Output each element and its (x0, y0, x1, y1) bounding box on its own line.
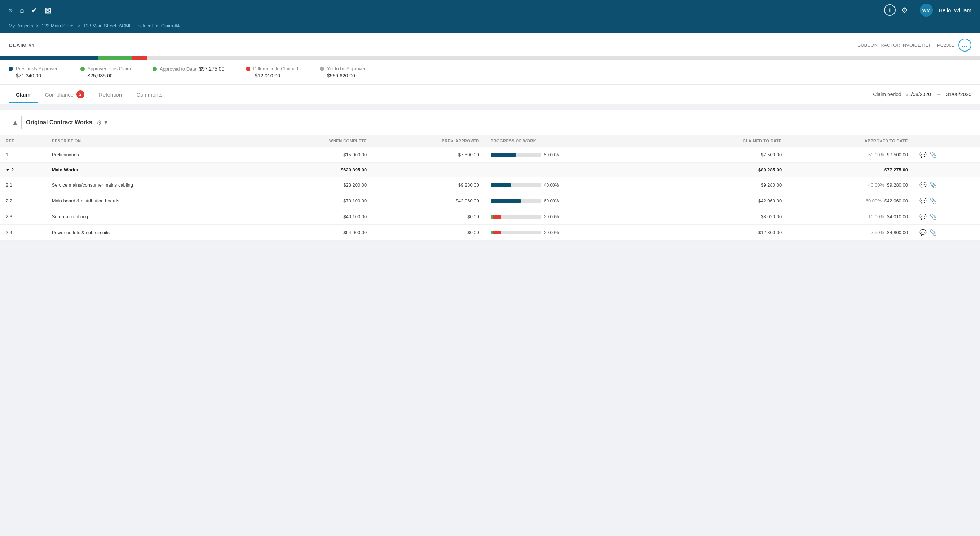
section-header: ▲ Original Contract Works ⚙ ▼ (0, 110, 980, 135)
forward-icon[interactable]: » (9, 6, 13, 14)
legend-yta-value: $559,620.00 (327, 73, 366, 79)
col-when-complete: WHEN COMPLETE (259, 135, 372, 147)
header-divider (914, 5, 914, 16)
table-row: ▼2Main Works$629,395.00$89,285.00$77,275… (0, 163, 980, 177)
legend-previously-approved: Previously Approved $71,340.00 (9, 66, 59, 79)
legend-label-yta: Yet to be Approved (320, 66, 366, 71)
legend-atd-inline-value: $97,275.00 (199, 66, 224, 72)
header-right: i ⚙ WM Hello, William (884, 3, 971, 17)
approved-value: $42,060.00 (885, 198, 908, 203)
comment-icon[interactable]: 💬 (920, 182, 927, 189)
breadcrumb-project[interactable]: 123 Main Street (42, 23, 75, 29)
cell-claimed-to-date: $9,280.00 (671, 177, 788, 193)
section-collapse-icon[interactable]: ▲ (9, 116, 22, 129)
comment-icon[interactable]: 💬 (920, 229, 927, 236)
legend-label-diff: Difference to Claimed (246, 66, 298, 71)
action-icons: 💬 📎 (920, 182, 974, 189)
cell-approved-to-date: $77,275.00 (788, 163, 914, 177)
legend-atd-label: Approved to Date (160, 66, 196, 72)
group-ref: ▼2 (6, 167, 40, 173)
cell-description: Sub-main cabling (46, 209, 259, 225)
breadcrumb-subproject[interactable]: 123 Main Street: ACME Electrical (83, 23, 153, 29)
claim-period-from: 31/08/2020 (906, 92, 931, 97)
tab-claim[interactable]: Claim (9, 86, 38, 103)
approved-value: $4,800.00 (887, 230, 908, 235)
claimed-pct: 60.00% (866, 198, 881, 203)
claim-invoice: SUBCONTRACTOR INVOICE REF: PC2361 … (858, 38, 972, 52)
cell-when-complete: $70,100.00 (259, 193, 372, 209)
comment-icon[interactable]: 💬 (920, 213, 927, 220)
progress-bar (491, 231, 541, 235)
cell-actions: 💬 📎 (914, 209, 980, 225)
col-ref: REF (0, 135, 46, 147)
cell-actions: 💬 📎 (914, 177, 980, 193)
progress-pct: 20.00% (544, 214, 560, 219)
table-section: ▲ Original Contract Works ⚙ ▼ REF DESCRI… (0, 110, 980, 241)
claim-panel: CLAIM #4 SUBCONTRACTOR INVOICE REF: PC23… (0, 33, 980, 105)
attachment-icon[interactable]: 📎 (929, 213, 937, 220)
progress-bar (491, 215, 541, 219)
pb-difference (132, 56, 147, 60)
claim-period: Claim period 31/08/2020 → 31/08/2020 (873, 91, 971, 98)
progress-pct: 40.00% (544, 182, 560, 188)
section-title: Original Contract Works (26, 119, 92, 126)
attachment-icon[interactable]: 📎 (929, 197, 937, 204)
home-icon[interactable]: ⌂ (20, 6, 24, 14)
action-icons: 💬 📎 (920, 197, 974, 204)
legend-approved-this-claim: Approved This Claim $25,935.00 (80, 66, 131, 79)
attachment-icon[interactable]: 📎 (929, 151, 937, 158)
cell-prev-approved: $42,060.00 (372, 193, 485, 209)
chart-icon[interactable]: ▩ (45, 6, 52, 14)
more-options-button[interactable]: … (958, 38, 971, 52)
claim-period-to: 31/08/2020 (946, 92, 971, 97)
chevron-down-icon: ▼ (103, 119, 109, 126)
breadcrumb-my-projects[interactable]: My Projects (9, 23, 33, 29)
invoice-ref: PC2361 (937, 43, 954, 48)
tab-comments[interactable]: Comments (129, 86, 170, 103)
avatar[interactable]: WM (920, 3, 933, 17)
cell-ref: 1 (0, 147, 46, 163)
breadcrumb-sep-3: > (155, 23, 158, 29)
cell-approved-to-date: 7.50%$4,800.00 (788, 225, 914, 241)
tab-compliance[interactable]: Compliance 2 (38, 85, 92, 104)
cell-ref: 2.1 (0, 177, 46, 193)
pb-remaining (147, 56, 980, 60)
greeting-text: Hello, William (939, 7, 971, 13)
table-row: 2.3Sub-main cabling$40,100.00$0.0020.00%… (0, 209, 980, 225)
claim-title: CLAIM #4 (9, 42, 35, 48)
claimed-pct: 40.00% (868, 182, 884, 188)
col-approved-to-date: APPROVED TO DATE (788, 135, 914, 147)
section-gear-button[interactable]: ⚙ ▼ (97, 119, 109, 126)
tab-retention[interactable]: Retention (92, 86, 129, 103)
legend-yta-label: Yet to be Approved (327, 66, 366, 71)
approved-value: $9,280.00 (887, 182, 908, 188)
cell-when-complete: $23,200.00 (259, 177, 372, 193)
cell-actions: 💬 📎 (914, 147, 980, 163)
comment-icon[interactable]: 💬 (920, 197, 927, 204)
cell-claimed-to-date: $89,285.00 (671, 163, 788, 177)
claims-table: REF DESCRIPTION WHEN COMPLETE PREV. APPR… (0, 135, 980, 241)
comment-icon[interactable]: 💬 (920, 151, 927, 158)
cell-approved-to-date: 10.00%$4,010.00 (788, 209, 914, 225)
attachment-icon[interactable]: 📎 (929, 229, 937, 236)
dot-blue (9, 67, 13, 71)
cell-prev-approved: $9,280.00 (372, 177, 485, 193)
cell-description: Service mains/consumer mains cabling (46, 177, 259, 193)
dot-green-atc (80, 67, 85, 71)
period-arrow-icon: → (935, 91, 942, 98)
attachment-icon[interactable]: 📎 (929, 182, 937, 189)
legend-label-atc: Approved This Claim (80, 66, 131, 71)
cell-approved-to-date: 40.00%$9,280.00 (788, 177, 914, 193)
cell-claimed-to-date: $12,800.00 (671, 225, 788, 241)
breadcrumb-current: Claim #4 (161, 23, 180, 29)
approved-value: $4,010.00 (887, 214, 908, 219)
info-icon[interactable]: i (884, 4, 896, 16)
check-icon[interactable]: ✔ (31, 6, 38, 14)
legend-difference: Difference to Claimed -$12,010.00 (246, 66, 298, 79)
claimed-pct: 10.00% (868, 214, 884, 219)
legend-label-prev: Previously Approved (9, 66, 59, 71)
settings-icon[interactable]: ⚙ (901, 6, 908, 14)
legend-label-atd: Approved to Date $97,275.00 (153, 66, 224, 72)
cell-description: Main Works (46, 163, 259, 177)
cell-prev-approved: $0.00 (372, 209, 485, 225)
